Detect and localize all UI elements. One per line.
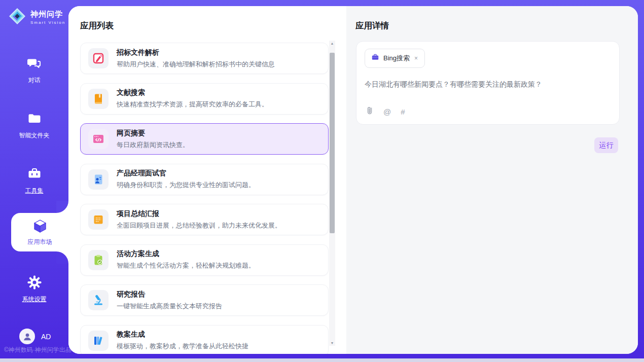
app-card-desc: 全面回顾项目进展，总结经验教训，助力未来优化发展。 (117, 221, 281, 230)
tool-chip-bing-search[interactable]: Bing搜索 × (365, 49, 425, 68)
sidebar-item-smart-folders[interactable]: 智能文件夹 (0, 111, 68, 140)
main-content: 应用列表 招标文件解析 帮助用户快速、准确地理解和解析招标书中的关键信息 (68, 6, 638, 354)
briefcase-icon (371, 53, 379, 63)
bottom-strip (0, 358, 644, 362)
app-card-web-summary[interactable]: 网页摘要 每日政府新闻资讯快查。 (80, 123, 329, 155)
app-card-desc: 智能生成个性化活动方案，轻松解决规划难题。 (117, 261, 255, 270)
app-card-desc: 明确身份和职责，为您提供专业性的面试问题。 (117, 180, 255, 190)
cube-icon (32, 219, 48, 236)
app-card-title: 招标文件解析 (117, 48, 275, 57)
app-card-project-summary[interactable]: 项目总结汇报 全面回顾项目进展，总结经验教训，助力未来优化发展。 (80, 204, 329, 235)
sidebar-item-label: 智能文件夹 (19, 131, 50, 140)
app-card-title: 教案生成 (117, 330, 248, 339)
scrollbar[interactable]: ▲ ▼ (329, 41, 335, 346)
sidebar-item-label: 工具集 (25, 187, 44, 195)
toolbox-icon (27, 166, 42, 184)
app-card-research-report[interactable]: 研究报告 一键智能生成高质量长文本研究报告 (80, 284, 329, 316)
close-icon[interactable]: × (414, 55, 418, 62)
paperclip-icon[interactable] (366, 106, 374, 117)
sidebar-item-label: 系统设置 (22, 295, 47, 304)
logo-title: 神州问学 (30, 10, 65, 19)
user-account[interactable]: AD (19, 329, 51, 344)
app-card-desc: 模板驱动，教案秒成，教学准备从此轻松快捷 (117, 342, 248, 351)
tool-chip-label: Bing搜索 (383, 54, 410, 63)
app-card-bid-parse[interactable]: 招标文件解析 帮助用户快速、准确地理解和解析招标书中的关键信息 (80, 43, 329, 74)
app-detail-panel: 应用详情 Bing搜索 × 今日湖北有哪些新闻要点？有哪些需要关注的最新政策？ (346, 6, 638, 354)
app-card-desc: 快速精准查找学术资源，提高研究效率的必备工具。 (117, 100, 268, 109)
app-card-title: 活动方案生成 (117, 249, 255, 259)
sidebar-item-chat[interactable]: 对话 (0, 56, 68, 85)
sidebar-item-app-market[interactable]: 应用市场 (11, 213, 68, 251)
scroll-up-icon[interactable]: ▲ (329, 42, 335, 45)
doc-edit-icon (88, 48, 109, 68)
app-card-title: 产品经理面试官 (117, 169, 255, 178)
person-doc-icon (88, 169, 109, 190)
hash-icon[interactable]: # (401, 107, 405, 116)
prompt-card: Bing搜索 × 今日湖北有哪些新闻要点？有哪些需要关注的最新政策？ @ # (356, 41, 620, 125)
app-logo: 神州问学 Smart Vision (8, 7, 65, 27)
microscope-icon (88, 290, 109, 310)
app-card-pm-interviewer[interactable]: 产品经理面试官 明确身份和职责，为您提供专业性的面试问题。 (80, 164, 329, 195)
tab-curve-top (56, 201, 68, 213)
app-card-title: 研究报告 (117, 290, 222, 299)
folder-icon (27, 111, 42, 128)
app-card-lesson-plan[interactable]: 教案生成 模板驱动，教案秒成，教学准备从此轻松快捷 (80, 325, 329, 354)
app-card-desc: 每日政府新闻资讯快查。 (117, 140, 189, 150)
scroll-down-icon[interactable]: ▼ (329, 341, 335, 345)
user-name: AD (41, 333, 51, 341)
tab-curve-bottom (56, 251, 68, 264)
app-list-title: 应用列表 (80, 20, 114, 31)
app-card-title: 文献搜索 (117, 88, 268, 97)
app-window: 神州问学 Smart Vision 对话 智能文件夹 (0, 0, 644, 362)
avatar (19, 329, 35, 344)
app-card-activity-plan[interactable]: 活动方案生成 智能生成个性化活动方案，轻松解决规划难题。 (80, 244, 329, 276)
clipboard-check-icon (88, 250, 109, 270)
app-card-literature-search[interactable]: 文献搜索 快速精准查找学术资源，提高研究效率的必备工具。 (80, 83, 329, 115)
prompt-input[interactable]: 今日湖北有哪些新闻要点？有哪些需要关注的最新政策？ (365, 79, 611, 90)
copyright-text: ©神州数码·神州问学出品 (4, 346, 71, 354)
logo-subtitle: Smart Vision (30, 20, 65, 25)
mention-icon[interactable]: @ (383, 107, 391, 116)
sidebar: 神州问学 Smart Vision 对话 智能文件夹 (0, 0, 68, 358)
logo-diamond-icon (8, 7, 26, 27)
app-card-desc: 帮助用户快速、准确地理解和解析招标书中的关键信息 (117, 60, 275, 69)
app-detail-title: 应用详情 (355, 20, 389, 31)
app-card-title: 网页摘要 (117, 129, 189, 138)
composer-toolbar: @ # (366, 106, 405, 117)
books-icon (88, 331, 109, 351)
gear-icon (27, 275, 42, 292)
notepad-icon (88, 209, 109, 230)
browser-code-icon (88, 129, 109, 149)
book-icon (88, 89, 109, 109)
sidebar-item-label: 对话 (28, 76, 41, 85)
app-card-title: 项目总结汇报 (117, 209, 281, 219)
sidebar-item-toolset[interactable]: 工具集 (0, 166, 68, 195)
app-list-panel: 应用列表 招标文件解析 帮助用户快速、准确地理解和解析招标书中的关键信息 (68, 6, 346, 354)
app-list: 招标文件解析 帮助用户快速、准确地理解和解析招标书中的关键信息 文献搜索 (80, 43, 329, 354)
run-button[interactable]: 运行 (594, 137, 618, 153)
app-card-desc: 一键智能生成高质量长文本研究报告 (117, 302, 222, 311)
sidebar-item-label: 应用市场 (28, 238, 52, 246)
sidebar-item-settings[interactable]: 系统设置 (0, 275, 68, 304)
scrollbar-thumb[interactable] (330, 53, 335, 233)
chat-icon (27, 56, 42, 73)
